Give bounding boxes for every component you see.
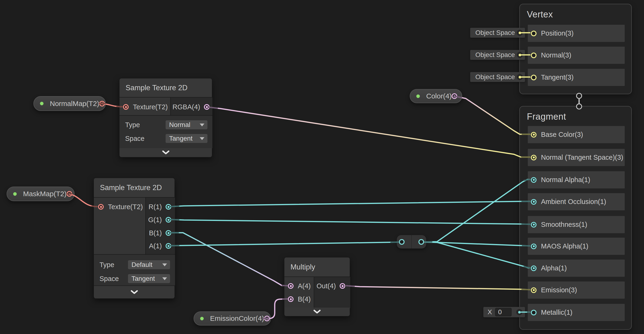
sample-texture-2d-node-top[interactable]: Sample Texture 2D Texture(T2) RGBA(4) Ty… bbox=[119, 78, 212, 157]
smoothness-port[interactable] bbox=[531, 222, 536, 228]
fragment-row-normal-alpha[interactable]: Normal Alpha(1) bbox=[528, 171, 625, 189]
texture-input-label-bottom: Texture(T2) bbox=[108, 203, 143, 211]
edge-a-redirect[interactable] bbox=[171, 242, 398, 246]
texture-input-port-bottom[interactable] bbox=[98, 204, 104, 210]
space-label-bottom: Space bbox=[100, 275, 119, 283]
b-output-label: B(1) bbox=[149, 229, 162, 237]
fragment-row-smoothness[interactable]: Smoothness(1) bbox=[528, 216, 625, 233]
redirect-node[interactable] bbox=[397, 235, 426, 249]
emissioncolor-output-port[interactable] bbox=[264, 316, 270, 321]
fragment-row-base-color[interactable]: Base Color(3) bbox=[528, 126, 625, 143]
r-output-port[interactable] bbox=[166, 204, 171, 210]
multiply-out-label: Out(4) bbox=[316, 282, 336, 290]
edge-multiplyout-emission[interactable] bbox=[346, 286, 530, 290]
normal-alpha-port[interactable] bbox=[531, 177, 536, 183]
fragment-row-metallic[interactable]: Metallic(1) bbox=[528, 304, 625, 321]
position-space-widget[interactable]: Object Space bbox=[470, 28, 525, 38]
normal-space-widget[interactable]: Object Space bbox=[470, 50, 525, 60]
edge-redirect-normalalpha[interactable] bbox=[424, 180, 530, 242]
property-pill-normalmap[interactable]: NormalMap(T2) bbox=[34, 96, 106, 111]
collapse-chevron-bottom[interactable] bbox=[94, 286, 174, 298]
metallic-value-field[interactable]: 0 bbox=[495, 308, 512, 316]
normal-label: Normal(3) bbox=[541, 51, 571, 59]
maos-alpha-port[interactable] bbox=[531, 244, 536, 249]
space-dropdown-top[interactable]: Tangent bbox=[165, 134, 208, 143]
a-output-port[interactable] bbox=[166, 243, 171, 249]
type-dropdown-top[interactable]: Normal bbox=[165, 120, 208, 129]
b-output-port[interactable] bbox=[166, 230, 171, 236]
texture-input-port-top[interactable] bbox=[123, 104, 129, 110]
multiply-out-port[interactable] bbox=[340, 283, 345, 289]
sample-texture-bottom-title: Sample Texture 2D bbox=[100, 184, 162, 192]
tangent-port[interactable] bbox=[531, 75, 536, 80]
collapse-chevron-top[interactable] bbox=[120, 148, 212, 157]
metallic-default-widget[interactable]: X 0 bbox=[483, 307, 525, 317]
fragment-context-block[interactable]: Fragment Base Color(3) Normal (Tangent S… bbox=[519, 106, 632, 330]
edge-color-basecolor[interactable] bbox=[454, 96, 530, 134]
edge-rgba-normalts[interactable] bbox=[209, 107, 530, 157]
redirect-in-port[interactable] bbox=[399, 239, 404, 245]
shader-graph-canvas[interactable]: Vertex Position(3) Normal(3) Tangent(3) … bbox=[0, 0, 644, 334]
alpha-label: Alpha(1) bbox=[541, 264, 567, 272]
redirect-out-port[interactable] bbox=[418, 239, 424, 245]
edge-r-ambientocclusion[interactable] bbox=[171, 201, 530, 207]
edge-g-smoothness[interactable] bbox=[171, 220, 530, 224]
normal-alpha-label: Normal Alpha(1) bbox=[541, 176, 590, 184]
vertex-row-position[interactable]: Position(3) bbox=[528, 25, 625, 42]
metallic-port[interactable] bbox=[531, 310, 536, 315]
tangent-label: Tangent(3) bbox=[541, 74, 574, 81]
multiply-b-port[interactable] bbox=[288, 296, 294, 302]
normal-ts-port[interactable] bbox=[531, 155, 536, 160]
edge-redirect-alpha[interactable] bbox=[424, 242, 530, 268]
edge-b-multiply-a[interactable] bbox=[171, 233, 288, 286]
normal-port[interactable] bbox=[531, 53, 536, 58]
color-output-port[interactable] bbox=[452, 93, 457, 99]
sample-texture-top-title: Sample Texture 2D bbox=[126, 84, 188, 92]
tangent-space-widget[interactable]: Object Space bbox=[470, 72, 525, 82]
fragment-row-emission[interactable]: Emission(3) bbox=[528, 281, 625, 299]
property-pill-emissioncolor[interactable]: EmissionColor(4) bbox=[194, 311, 271, 325]
normalmap-label: NormalMap(T2) bbox=[50, 100, 99, 108]
fragment-title: Fragment bbox=[527, 112, 566, 122]
normal-ts-label: Normal (Tangent Space)(3) bbox=[541, 153, 623, 161]
maos-alpha-label: MAOS Alpha(1) bbox=[541, 242, 588, 250]
g-output-label: G(1) bbox=[148, 216, 162, 224]
vertex-row-normal[interactable]: Normal(3) bbox=[528, 47, 625, 64]
emission-port[interactable] bbox=[531, 287, 536, 293]
base-color-label: Base Color(3) bbox=[541, 131, 583, 138]
normalmap-output-port[interactable] bbox=[99, 101, 105, 106]
ambient-occlusion-port[interactable] bbox=[531, 199, 536, 205]
position-port[interactable] bbox=[531, 31, 536, 36]
g-output-port[interactable] bbox=[166, 217, 171, 223]
fragment-row-alpha[interactable]: Alpha(1) bbox=[528, 260, 625, 277]
alpha-port[interactable] bbox=[531, 265, 536, 271]
color-label: Color(4) bbox=[426, 92, 452, 100]
position-label: Position(3) bbox=[541, 30, 574, 37]
vertex-context-block[interactable]: Vertex Position(3) Normal(3) Tangent(3) bbox=[519, 4, 632, 94]
rgba-output-port[interactable] bbox=[204, 104, 210, 110]
property-pill-color[interactable]: Color(4) bbox=[410, 89, 462, 103]
multiply-node[interactable]: Multiply A(4) B(4) Out(4) bbox=[284, 257, 350, 316]
rgba-output-label: RGBA(4) bbox=[172, 103, 200, 111]
texture-input-label-top: Texture(T2) bbox=[133, 103, 168, 111]
fragment-row-normal-ts[interactable]: Normal (Tangent Space)(3) bbox=[528, 149, 625, 166]
property-pill-maskmap[interactable]: MaskMap(T2) bbox=[6, 187, 74, 201]
edge-redirect-maosalpha[interactable] bbox=[424, 242, 530, 246]
sample-texture-2d-node-bottom[interactable]: Sample Texture 2D Texture(T2) R(1) G(1) … bbox=[94, 178, 175, 299]
normal-space-label: Object Space bbox=[475, 51, 515, 59]
fragment-row-maos-alpha[interactable]: MAOS Alpha(1) bbox=[528, 238, 625, 255]
metallic-default-dot bbox=[516, 309, 522, 315]
r-output-label: R(1) bbox=[149, 203, 162, 211]
position-space-label: Object Space bbox=[475, 29, 515, 37]
collapse-chevron-multiply[interactable] bbox=[284, 308, 350, 316]
type-dropdown-bottom[interactable]: Default bbox=[128, 260, 170, 269]
multiply-a-port[interactable] bbox=[288, 283, 294, 289]
tangent-space-dot bbox=[517, 74, 523, 80]
fragment-row-ambient-occlusion[interactable]: Ambient Occlusion(1) bbox=[528, 193, 625, 210]
base-color-port[interactable] bbox=[531, 132, 536, 137]
multiply-a-label: A(4) bbox=[298, 282, 311, 290]
maskmap-output-port[interactable] bbox=[66, 191, 72, 197]
exposed-dot-icon bbox=[416, 94, 420, 98]
vertex-row-tangent[interactable]: Tangent(3) bbox=[528, 69, 625, 86]
space-dropdown-bottom[interactable]: Tangent bbox=[128, 274, 170, 283]
